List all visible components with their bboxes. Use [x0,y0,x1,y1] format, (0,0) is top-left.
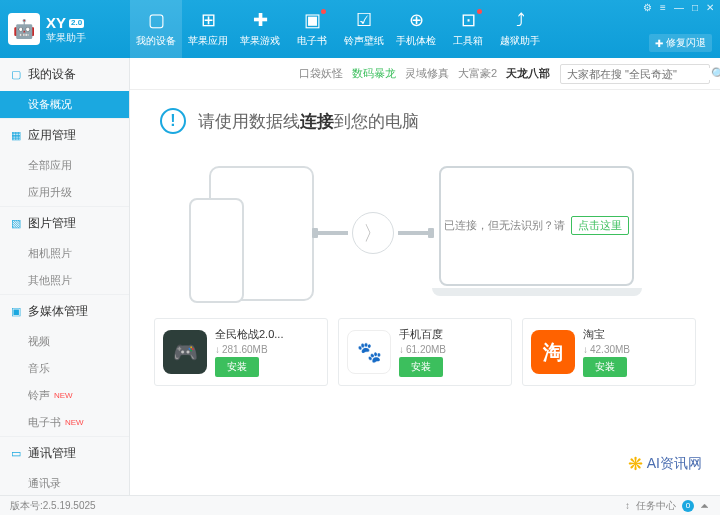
new-badge: NEW [54,391,73,400]
app-size: ↓281.60MB [215,344,319,355]
click-here-link[interactable]: 点击这里 [571,216,629,235]
cable-icon [398,231,428,235]
search-icon[interactable]: 🔍 [711,67,720,81]
expand-icon[interactable]: ⏶ [700,500,710,511]
close-icon[interactable]: ✕ [706,2,714,13]
app-icon: 🐾 [347,330,391,374]
repair-button[interactable]: ✚ 修复闪退 [649,34,712,52]
task-icon[interactable]: ↕ [625,500,630,511]
nav-tab-4[interactable]: ☑铃声壁纸 [338,0,390,58]
app-size: ↓42.30MB [583,344,687,355]
brand-name: XY [46,15,66,32]
item-label: 通讯录 [28,476,61,491]
sidebar-item[interactable]: 电子书NEW [0,409,129,436]
app-card: 淘 淘宝 ↓42.30MB 安装 [522,318,696,386]
group-title: 我的设备 [28,66,76,83]
app-icon: 🎮 [163,330,207,374]
item-label: 应用升级 [28,185,72,200]
nav-label: 我的设备 [136,34,176,48]
info-icon: ! [160,108,186,134]
item-label: 相机照片 [28,246,72,261]
item-label: 电子书 [28,415,61,430]
task-label[interactable]: 任务中心 [636,499,676,513]
sidebar-item[interactable]: 应用升级 [0,179,129,206]
nav-tab-2[interactable]: ✚苹果游戏 [234,0,286,58]
install-button[interactable]: 安装 [399,357,443,377]
nav-label: 越狱助手 [500,34,540,48]
download-icon: ↓ [399,344,404,355]
nav-tab-6[interactable]: ⊡工具箱 [442,0,494,58]
app-name: 全民枪战2.0... [215,327,319,342]
devices-illustration: 〉 已连接，但无法识别？请 点击这里 [150,148,700,318]
sidebar-item[interactable]: 相机照片 [0,240,129,267]
sidebar-item[interactable]: 设备概况 [0,91,129,118]
disconnect-icon: 〉 [352,212,394,254]
tag-link[interactable]: 数码暴龙 [352,66,396,81]
download-icon: ↓ [215,344,220,355]
apps-row: 🎮 全民枪战2.0... ↓281.60MB 安装 🐾 手机百度 ↓61.20M… [150,318,700,386]
nav-label: 苹果游戏 [240,34,280,48]
laptop-icon: 已连接，但无法识别？请 点击这里 [432,166,642,301]
group-title: 应用管理 [28,127,76,144]
tag-link[interactable]: 口袋妖怪 [299,66,343,81]
nav-tab-7[interactable]: ⤴越狱助手 [494,0,546,58]
nav-tab-1[interactable]: ⊞苹果应用 [182,0,234,58]
cable-icon [318,231,348,235]
group-title: 多媒体管理 [28,303,88,320]
maximize-icon[interactable]: □ [692,2,698,13]
nav-icon: ▣ [304,10,321,30]
tag-row: 口袋妖怪数码暴龙灵域修真大富豪2天龙八部 🔍 [130,58,720,90]
nav-icon: ☑ [356,10,372,30]
minimize-icon[interactable]: — [674,2,684,13]
nav-icon: ▢ [148,10,165,30]
sidebar-item[interactable]: 全部应用 [0,152,129,179]
sidebar-item[interactable]: 音乐 [0,355,129,382]
group-title: 图片管理 [28,215,76,232]
menu-icon[interactable]: ≡ [660,2,666,13]
nav-tabs: ▢我的设备⊞苹果应用✚苹果游戏▣电子书☑铃声壁纸⊕手机体检⊡工具箱⤴越狱助手 [130,0,720,58]
group-icon: ▣ [10,306,22,318]
group-icon: ▢ [10,69,22,81]
download-icon: ↓ [583,344,588,355]
nav-label: 工具箱 [453,34,483,48]
sidebar-head-3[interactable]: ▣多媒体管理 [0,295,129,328]
sidebar-item[interactable]: 其他照片 [0,267,129,294]
settings-icon[interactable]: ⚙ [643,2,652,13]
sidebar-head-1[interactable]: ▦应用管理 [0,119,129,152]
app-size: ↓61.20MB [399,344,503,355]
body: ▢我的设备设备概况▦应用管理全部应用应用升级▧图片管理相机照片其他照片▣多媒体管… [0,58,720,495]
brand-subtitle: 苹果助手 [46,32,86,43]
nav-label: 铃声壁纸 [344,34,384,48]
nav-icon: ⊕ [409,10,424,30]
logo-area: 🤖 XY2.0 苹果助手 [0,0,130,58]
tag-link[interactable]: 灵域修真 [405,66,449,81]
nav-icon: ⊡ [461,10,476,30]
search-box: 🔍 [560,64,710,84]
tag-link[interactable]: 天龙八部 [506,66,550,81]
connect-area: ! 请使用数据线连接到您的电脑 〉 已连接，但无法识别？请 点击这里 [130,90,720,495]
app-name: 淘宝 [583,327,687,342]
sidebar-item[interactable]: 通讯录 [0,470,129,495]
search-input[interactable] [561,68,711,80]
sidebar-head-2[interactable]: ▧图片管理 [0,207,129,240]
nav-tab-0[interactable]: ▢我的设备 [130,0,182,58]
version-badge: 2.0 [69,19,84,28]
sidebar-head-4[interactable]: ▭通讯管理 [0,437,129,470]
tags: 口袋妖怪数码暴龙灵域修真大富豪2天龙八部 [299,66,550,81]
sidebar-item[interactable]: 铃声NEW [0,382,129,409]
item-label: 音乐 [28,361,50,376]
nav-label: 手机体检 [396,34,436,48]
sidebar-head-0[interactable]: ▢我的设备 [0,58,129,91]
new-badge: NEW [65,418,84,427]
notification-dot [321,9,326,14]
app-name: 手机百度 [399,327,503,342]
nav-label: 电子书 [297,34,327,48]
install-button[interactable]: 安装 [583,357,627,377]
nav-tab-5[interactable]: ⊕手机体检 [390,0,442,58]
install-button[interactable]: 安装 [215,357,259,377]
sidebar-item[interactable]: 视频 [0,328,129,355]
tag-link[interactable]: 大富豪2 [458,66,497,81]
nav-tab-3[interactable]: ▣电子书 [286,0,338,58]
group-title: 通讯管理 [28,445,76,462]
window-controls: ⚙ ≡ — □ ✕ [643,2,714,13]
